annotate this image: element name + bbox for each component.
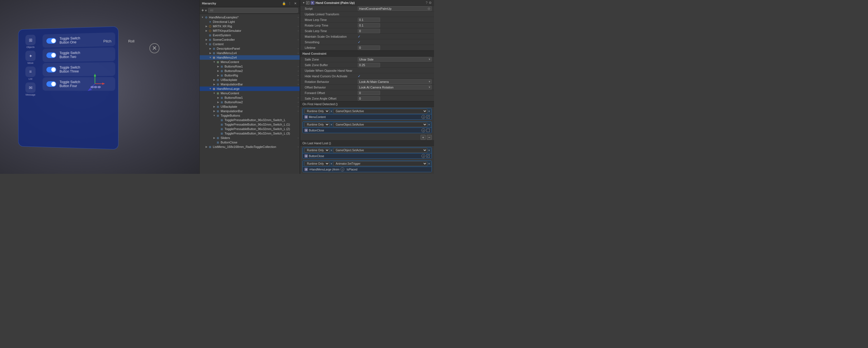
event-obj-picker-3a[interactable]: ◎ xyxy=(422,154,425,158)
tree-item[interactable]: ▶⊞DescriptionPanel› xyxy=(200,46,300,51)
tree-item[interactable]: ⊞TogglePressableButton_96x32mm_Switch_L … xyxy=(200,131,300,136)
question-icon[interactable]: ? xyxy=(426,1,428,5)
hierarchy-dots-icon[interactable]: ⋮ xyxy=(287,1,292,6)
tree-item[interactable]: ▼⊞ToggleButtons xyxy=(200,113,300,118)
event-obj-picker-2a[interactable]: ◎ xyxy=(422,128,425,132)
tree-item[interactable]: ▶⊞HandMenu1x4› xyxy=(200,51,300,55)
prop-input-move-lerp[interactable] xyxy=(358,18,380,22)
tree-arrow-icon[interactable]: ▼ xyxy=(201,16,204,19)
event-value-dropdown-2a[interactable]: GameObject.SetActive xyxy=(333,122,427,127)
tree-arrow-icon[interactable]: ▶ xyxy=(209,47,212,50)
tree-item[interactable]: ⊞EventSystem xyxy=(200,33,300,37)
hierarchy-add-button[interactable]: + xyxy=(202,8,204,12)
tree-item[interactable]: ▼⊞MenuContent xyxy=(200,60,300,64)
event-value-dropdown-3a[interactable]: GameObject.SetActive xyxy=(333,148,427,153)
tree-arrow-icon[interactable]: ▶ xyxy=(213,78,216,81)
event-value-dropdown-1a[interactable]: GameObject.SetActive xyxy=(333,109,427,113)
tree-arrow-icon[interactable]: ▶ xyxy=(205,145,208,148)
tree-arrow-icon[interactable]: ▶ xyxy=(216,101,220,104)
event-checkbox-3a[interactable]: ✓ xyxy=(427,154,430,158)
event-obj-picker-1a[interactable]: ◎ xyxy=(422,115,425,119)
first-hand-add-button[interactable]: + xyxy=(421,135,426,140)
prop-input-scale-lerp[interactable] xyxy=(358,29,380,33)
tree-item[interactable]: ▼⚙HandMenuExamples*› xyxy=(200,15,300,20)
sidebar-item-move[interactable]: ✦ Move xyxy=(25,50,35,65)
tree-arrow-icon[interactable]: ▼ xyxy=(213,61,216,63)
tree-item[interactable]: ▶⊞Sliders› xyxy=(200,136,300,140)
tree-item[interactable]: ⊞TogglePressableButton_96x32mm_Switch_L … xyxy=(200,122,300,127)
tree-item[interactable]: ⊞ButtonClose xyxy=(200,140,300,145)
prop-dropdown-safe-zone[interactable]: Ulnar Side ▾ xyxy=(358,57,432,62)
tree-arrow-icon[interactable]: ▼ xyxy=(209,88,212,90)
hierarchy-search-input[interactable] xyxy=(208,8,298,13)
tree-arrow-icon[interactable]: ▶ xyxy=(216,74,220,77)
toggle-switch-2[interactable] xyxy=(46,53,56,58)
tree-item[interactable]: ▼⊞MenuContent xyxy=(200,91,300,96)
tree-arrow-icon[interactable]: ▼ xyxy=(213,92,216,95)
prop-dropdown-rotation-behavior[interactable]: Look At Main Camera ▾ xyxy=(358,79,432,84)
tree-item[interactable]: ▼⊞HandMenuLarge xyxy=(200,86,300,91)
tree-item[interactable]: ▶⊞UIBackplate› xyxy=(200,78,300,82)
tree-arrow-icon[interactable]: ▶ xyxy=(205,25,208,28)
toggle-switch-4[interactable] xyxy=(46,81,56,87)
event-dropdown-2a[interactable]: Runtime Only xyxy=(304,122,330,127)
script-value[interactable]: HandConstraintPalmUp ◎ xyxy=(358,6,432,11)
tree-item[interactable]: ▶⊞ManipulationBar› xyxy=(200,82,300,86)
sidebar-item-message[interactable]: ✉ Message xyxy=(25,82,35,96)
event-dropdown-1a[interactable]: Runtime Only xyxy=(304,109,330,113)
tree-arrow-icon[interactable]: ▶ xyxy=(216,96,220,99)
tree-arrow-icon[interactable]: ▶ xyxy=(213,105,216,108)
event-value-dropdown-4a[interactable]: Animator.SetTrigger xyxy=(333,161,427,166)
tree-arrow-icon[interactable]: ▼ xyxy=(205,43,208,45)
prop-input-forward-offset[interactable] xyxy=(358,91,380,95)
tree-item[interactable]: ⊞TogglePressableButton_96x32mm_Switch_L … xyxy=(200,127,300,131)
first-hand-remove-button[interactable]: − xyxy=(427,135,432,140)
tree-arrow-icon[interactable]: ▼ xyxy=(213,114,216,117)
tree-arrow-icon[interactable]: ▶ xyxy=(216,69,220,72)
event-checkbox-2a[interactable] xyxy=(427,129,430,132)
tree-arrow-icon[interactable]: ▶ xyxy=(213,110,216,112)
tree-item[interactable]: ▼⊞Content xyxy=(200,42,300,46)
tree-item[interactable]: ▶⊞ButtonRig› xyxy=(200,73,300,78)
tree-arrow-icon[interactable]: ▶ xyxy=(205,29,208,32)
hierarchy-close-icon[interactable]: ✕ xyxy=(293,1,298,6)
script-picker-icon[interactable]: ◎ xyxy=(428,7,430,10)
toggle-switch-1[interactable] xyxy=(46,38,56,44)
sidebar-item-list[interactable]: ≡ List xyxy=(25,66,35,80)
component-checkbox[interactable]: ✓ xyxy=(306,1,309,4)
tree-arrow-icon[interactable]: ▶ xyxy=(209,51,212,55)
tree-item[interactable]: ▶⊞ManipulationBar› xyxy=(200,109,300,113)
tree-item[interactable]: ▼⊞HandMenu2x4 xyxy=(200,55,300,60)
tree-arrow-icon[interactable]: ▼ xyxy=(209,56,212,59)
hierarchy-dropdown-arrow[interactable]: ▾ xyxy=(205,8,207,12)
tree-item[interactable]: ▶⬡MRTK XR Rig› xyxy=(200,24,300,29)
prop-input-rotate-lerp[interactable] xyxy=(358,23,380,28)
hierarchy-lock-icon[interactable]: 🔒 xyxy=(282,1,286,6)
event-obj-picker-4a[interactable]: ◎ xyxy=(340,168,344,171)
event-dropdown-4a[interactable]: Runtime Only xyxy=(304,161,330,166)
toggle-switch-3[interactable] xyxy=(46,67,56,72)
prop-input-safe-zone-angle-offset[interactable] xyxy=(358,96,380,101)
tree-item[interactable]: ▶⊞ButtonsRow2› xyxy=(200,100,300,104)
tree-item[interactable]: ▶⊞ListMenu_168x168mm_RadioToggleCollecti… xyxy=(200,145,300,149)
prop-input-safe-zone-buffer[interactable] xyxy=(358,63,380,67)
tree-item[interactable]: ▶⊞ButtonsRow1› xyxy=(200,96,300,100)
sidebar-item-objects[interactable]: ⊞ Objects xyxy=(25,35,35,48)
tree-arrow-icon[interactable]: ▶ xyxy=(205,38,208,41)
tree-item[interactable]: ▶⬡MRTKInputSimulator› xyxy=(200,29,300,33)
event-checkbox-1a[interactable]: ✓ xyxy=(427,115,430,118)
close-button[interactable]: ✕ xyxy=(149,43,159,53)
tree-arrow-icon[interactable]: ▶ xyxy=(213,83,216,86)
toggle-row-2[interactable]: Toggle Switch Button Two xyxy=(42,47,115,62)
tree-item[interactable]: ▶⊞ButtonsRow1› xyxy=(200,64,300,69)
event-dropdown-3a[interactable]: Runtime Only xyxy=(304,148,330,153)
fold-arrow-icon[interactable]: ▼ xyxy=(303,1,305,4)
tree-arrow-icon[interactable]: ▶ xyxy=(213,136,216,139)
gear-icon[interactable]: ⚙ xyxy=(429,1,432,5)
tree-item[interactable]: ▶⊞ButtonsRow2› xyxy=(200,69,300,73)
prop-input-lifetime[interactable] xyxy=(358,45,380,50)
tree-item[interactable]: ▶⊞UIBackplate› xyxy=(200,104,300,109)
tree-item[interactable]: ☀Directional Light xyxy=(200,20,300,24)
tree-item[interactable]: ▶⊞SceneController› xyxy=(200,37,300,42)
tree-item[interactable]: ⊞TogglePressableButton_96x32mm_Switch_L xyxy=(200,118,300,122)
